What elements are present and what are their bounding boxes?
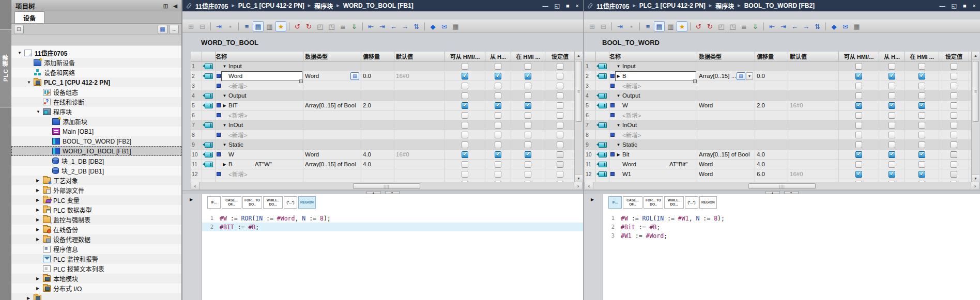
name-cell[interactable]: <新增> [216, 169, 303, 179]
code-template-tab[interactable]: WHILE.. DO... [664, 196, 684, 209]
offset-cell[interactable] [755, 91, 788, 100]
datatype-cell[interactable]: ▤▼ [697, 91, 755, 100]
toolbar-icon[interactable] [639, 22, 640, 30]
expand-arrow-icon[interactable] [616, 93, 621, 98]
column-header-hmi-writable[interactable]: 从 H... [879, 52, 905, 61]
table-row[interactable]: 8 <新增> ▤▼ [585, 130, 979, 140]
datatype-cell[interactable]: ▤▼ [697, 61, 755, 71]
setpoint-checkbox[interactable] [557, 161, 563, 168]
table-row[interactable]: 11 B AT"W" Array[0..15] of Bool ▤▼ [191, 160, 583, 169]
code-line[interactable]: 3 #W1 := #Word; [603, 231, 980, 240]
default-value-cell[interactable] [788, 71, 839, 81]
hmi-visible-checkbox[interactable] [525, 92, 531, 99]
scroll-left-icon[interactable] [191, 182, 200, 190]
default-value-cell[interactable] [394, 61, 445, 71]
hmi-writable-checkbox[interactable] [889, 171, 895, 178]
hmi-writable-checkbox[interactable] [495, 151, 501, 158]
pin-icon[interactable] [186, 3, 192, 9]
name-cell[interactable]: BIT [216, 101, 303, 110]
code-template-tab[interactable]: FOR... TO DO.. [644, 196, 663, 209]
table-row[interactable]: 9 Static ▤▼ [585, 140, 979, 150]
datatype-dropdown-button[interactable]: ▼ [746, 72, 753, 80]
expand-arrow-icon[interactable] [222, 93, 227, 98]
breadcrumb-item[interactable]: BOOL_TO_WORD [FB2] [744, 2, 815, 9]
hmi-accessible-checkbox[interactable] [855, 151, 862, 158]
toolbar-icon[interactable]: ★ [275, 21, 286, 31]
tree-item[interactable]: PLC 变量 [11, 195, 181, 205]
table-row[interactable]: 10 W Word ▤▼ 4.0 1 [191, 150, 583, 160]
expand-arrow-icon[interactable] [222, 64, 227, 69]
tree-item[interactable]: 设备代理数据 [11, 234, 181, 244]
tree-collapse-icon[interactable]: ◀ [173, 3, 177, 9]
window-button[interactable]: ■ [963, 0, 967, 11]
toolbar-icon[interactable]: ⊞ [587, 21, 598, 31]
window-button[interactable]: ◱ [555, 0, 560, 11]
column-header-name[interactable]: 名称 [216, 52, 303, 61]
datatype-cell[interactable]: Array[0..15] of Bool ▤▼ [303, 160, 361, 169]
window-button[interactable]: — [940, 0, 945, 11]
table-row[interactable]: 7 InOut ▤▼ [585, 120, 979, 130]
hmi-accessible-checkbox[interactable] [462, 161, 468, 168]
default-value-cell[interactable]: 16#0 [788, 169, 839, 179]
hmi-writable-checkbox[interactable] [495, 63, 501, 70]
toolbar-icon[interactable]: ⇥ [778, 21, 789, 31]
name-cell[interactable]: <新增> [216, 130, 303, 139]
hmi-accessible-checkbox[interactable] [462, 73, 468, 80]
hmi-writable-checkbox[interactable] [495, 141, 501, 148]
table-row[interactable]: 4 Output ▤▼ [585, 91, 979, 101]
default-value-cell[interactable] [394, 140, 445, 149]
breadcrumb-item[interactable]: WORD_TO_BOOL [FB1] [343, 2, 414, 9]
toolbar-icon[interactable]: ▥ [264, 21, 275, 31]
hmi-accessible-checkbox[interactable] [855, 132, 862, 138]
hmi-writable-checkbox[interactable] [495, 112, 501, 119]
toolbar-icon[interactable]: ↺ [693, 21, 704, 31]
tree-expand-icon[interactable] [27, 80, 34, 85]
hmi-writable-checkbox[interactable] [495, 122, 501, 129]
toolbar-icon[interactable]: ⇤ [365, 21, 376, 31]
offset-cell[interactable]: 0.0 [755, 71, 788, 81]
toolbar-icon[interactable]: ◳ [727, 21, 738, 31]
toolbar-icon[interactable] [424, 22, 425, 30]
scroll-right-icon[interactable] [574, 182, 582, 190]
default-value-cell[interactable] [394, 169, 445, 179]
offset-cell[interactable]: 4.0 [755, 160, 788, 169]
default-value-cell[interactable] [788, 91, 839, 100]
pin-icon[interactable] [587, 3, 593, 9]
pane-splitter[interactable] [584, 190, 980, 194]
datatype-cell[interactable]: Array[0..15] of Bool ▤▼ [697, 150, 755, 159]
hmi-visible-checkbox[interactable] [525, 63, 531, 70]
setpoint-checkbox[interactable] [557, 112, 563, 119]
code-template-tab[interactable]: REGION [298, 196, 316, 209]
expand-arrow-icon[interactable] [616, 74, 621, 78]
setpoint-checkbox[interactable] [557, 83, 563, 89]
tree-item[interactable] [11, 293, 181, 300]
hmi-visible-checkbox[interactable] [525, 141, 531, 148]
code-template-tab[interactable]: IF... [207, 196, 221, 209]
setpoint-checkbox[interactable] [557, 171, 563, 178]
datatype-cell[interactable]: ▤▼ [303, 130, 361, 139]
toolbar-icon[interactable] [611, 22, 612, 30]
tree-expand-icon[interactable] [36, 178, 43, 183]
tab-devices[interactable]: 设备 [14, 11, 44, 23]
tree-item[interactable]: PLC 数据类型 [11, 205, 181, 215]
setpoint-checkbox[interactable] [557, 141, 563, 148]
toolbar-icon[interactable]: → [801, 21, 811, 31]
scrollbar-thumb[interactable] [353, 183, 420, 189]
setpoint-checkbox[interactable] [951, 171, 957, 178]
setpoint-checkbox[interactable] [557, 151, 563, 158]
default-value-cell[interactable] [394, 81, 445, 90]
name-cell[interactable]: Input [609, 61, 697, 71]
hmi-accessible-checkbox[interactable] [855, 92, 862, 99]
table-horizontal-scrollbar[interactable] [191, 182, 583, 190]
name-cell[interactable]: B [609, 71, 697, 81]
default-value-cell[interactable] [394, 110, 445, 120]
expand-arrow-icon[interactable] [222, 162, 227, 167]
hmi-writable-checkbox[interactable] [889, 122, 895, 129]
offset-cell[interactable] [361, 130, 394, 139]
toolbar-icon[interactable] [763, 22, 764, 30]
table-horizontal-scrollbar[interactable] [585, 182, 979, 190]
hmi-accessible-checkbox[interactable] [462, 63, 468, 70]
name-cell[interactable]: Output [216, 91, 303, 100]
breadcrumb-item[interactable]: 程序块 [715, 2, 734, 10]
column-header-offset[interactable]: 偏移量 [361, 52, 394, 61]
